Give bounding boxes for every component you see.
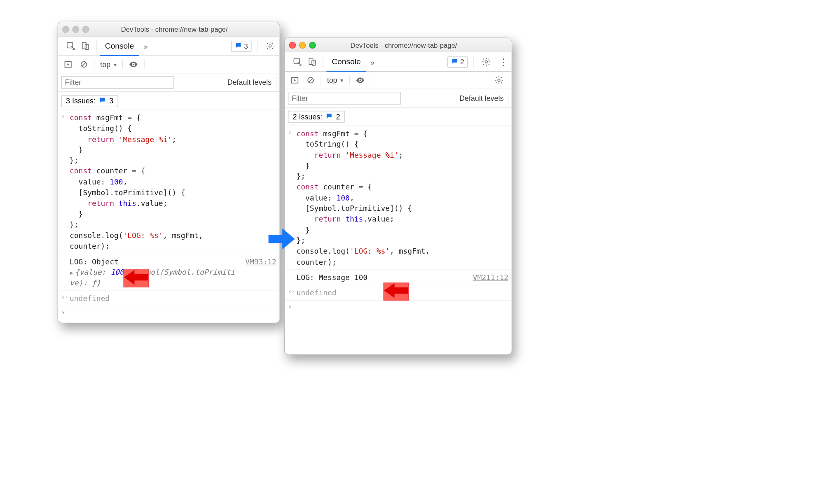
traffic-close[interactable] [62,26,69,33]
devtools-window-right: DevTools - chrome://new-tab-page/ Consol… [284,37,512,355]
device-toggle-icon[interactable] [305,54,320,69]
traffic-max[interactable] [82,26,89,33]
filter-bar: Default levels [58,73,280,92]
filter-input[interactable] [288,92,401,105]
settings-gear-icon[interactable] [260,39,279,54]
issues-badge[interactable]: 2 [447,56,468,68]
issue-icon [98,96,106,105]
prompt-chevron-icon: › [61,112,65,121]
svg-point-6 [133,64,135,65]
device-toggle-icon[interactable] [78,39,93,54]
undefined-value: undefined [296,289,336,297]
object-preview[interactable]: ▶{value: 100, Symbol(Symbol.toPrimitive)… [70,267,276,288]
live-expression-icon[interactable] [125,58,142,71]
log-text: LOG: Object [70,256,119,267]
return-arrow-icon: ‹· [288,287,296,296]
traffic-lights[interactable] [62,26,89,33]
svg-point-3 [269,45,272,47]
console-return-row: ‹· undefined [58,291,280,307]
traffic-min[interactable] [299,42,306,49]
issues-chip-label: 2 Issues: [293,112,322,121]
traffic-close[interactable] [289,42,296,49]
traffic-max[interactable] [309,42,316,49]
console-input-row[interactable]: › const msgFmt = { toString() { return '… [285,126,511,270]
toggle-drawer-icon[interactable] [287,75,302,86]
kebab-menu-icon[interactable]: ⋮ [496,56,511,68]
log-levels-dropdown[interactable]: Default levels [459,94,504,102]
undefined-value: undefined [70,294,110,302]
issue-icon [325,112,333,121]
context-selector[interactable]: top [96,58,120,70]
return-arrow-icon: ‹· [61,293,69,302]
console-settings-gear-icon[interactable] [492,73,510,88]
filter-bar: Default levels [285,89,511,108]
console-input-row[interactable]: › const msgFmt = { toString() { return '… [58,110,280,254]
issues-chip-count: 3 [109,97,113,105]
log-levels-dropdown[interactable]: Default levels [227,78,272,86]
clear-console-icon[interactable] [76,58,91,70]
issues-bar: 3 Issues: 3 [58,92,280,110]
svg-rect-8 [309,58,313,64]
issues-chip[interactable]: 3 Issues: 3 [61,95,118,107]
context-label: top [327,76,337,84]
svg-rect-1 [82,42,87,49]
live-expression-icon[interactable] [352,74,369,87]
filter-input[interactable] [61,76,174,89]
highlight-arrow-right-icon [384,282,409,301]
console-prompt-row[interactable]: › [285,301,511,305]
window-title: DevTools - chrome://new-tab-page/ [321,41,487,49]
transition-arrow-icon [269,227,295,252]
console-toolbar: top [58,56,280,73]
issue-icon [451,57,458,66]
inspect-icon[interactable] [63,39,78,54]
console-toolbar: top [285,72,511,89]
inspect-icon[interactable] [290,54,305,69]
log-text: LOG: Message 100 [296,272,368,283]
issues-badge-count: 2 [460,58,464,65]
titlebar[interactable]: DevTools - chrome://new-tab-page/ [285,38,511,52]
highlight-arrow-left-icon [124,269,149,287]
code-block: const msgFmt = { toString() { return 'Me… [296,128,508,267]
issues-badge-count: 3 [244,42,248,50]
svg-point-14 [498,79,500,82]
tabbar: Console » 3 [58,37,280,56]
code-block: const msgFmt = { toString() { return 'Me… [70,112,276,252]
tabbar: Console » 2 ⋮ [285,52,511,72]
clear-console-icon[interactable] [303,75,318,86]
issues-badge[interactable]: 3 [231,40,251,51]
window-title: DevTools - chrome://new-tab-page/ [94,25,254,33]
context-label: top [100,60,110,68]
issues-chip-count: 2 [336,112,340,121]
console-log-row[interactable]: LOG: Object VM93:12 ▶{value: 100, Symbol… [58,254,280,291]
console-output: › const msgFmt = { toString() { return '… [58,110,280,310]
tab-console[interactable]: Console [326,52,366,72]
context-selector[interactable]: top [323,75,347,86]
prompt-chevron-icon: › [61,308,65,317]
devtools-window-left: DevTools - chrome://new-tab-page/ Consol… [58,22,280,323]
traffic-lights[interactable] [289,42,316,49]
prompt-chevron-icon: › [288,128,292,137]
console-output: › const msgFmt = { toString() { return '… [285,126,511,305]
settings-gear-icon[interactable] [477,54,496,69]
issues-chip[interactable]: 2 Issues: 2 [288,110,345,122]
svg-point-10 [485,61,487,63]
issue-icon [234,42,242,51]
toggle-drawer-icon[interactable] [60,58,76,70]
expand-triangle-icon[interactable]: ▶ [70,270,73,276]
issues-chip-label: 3 Issues: [66,97,96,105]
console-prompt-row[interactable]: › [58,306,280,310]
issues-bar: 2 Issues: 2 [285,107,511,126]
tab-console[interactable]: Console [100,36,139,56]
prompt-chevron-icon: › [288,303,292,312]
titlebar[interactable]: DevTools - chrome://new-tab-page/ [58,22,280,37]
source-link[interactable]: VM93:12 [240,256,276,267]
more-tabs-chevron-icon[interactable]: » [139,42,152,51]
source-link[interactable]: VM211:12 [468,272,508,283]
traffic-min[interactable] [72,26,79,33]
more-tabs-chevron-icon[interactable]: » [366,57,379,66]
svg-point-13 [360,79,361,81]
